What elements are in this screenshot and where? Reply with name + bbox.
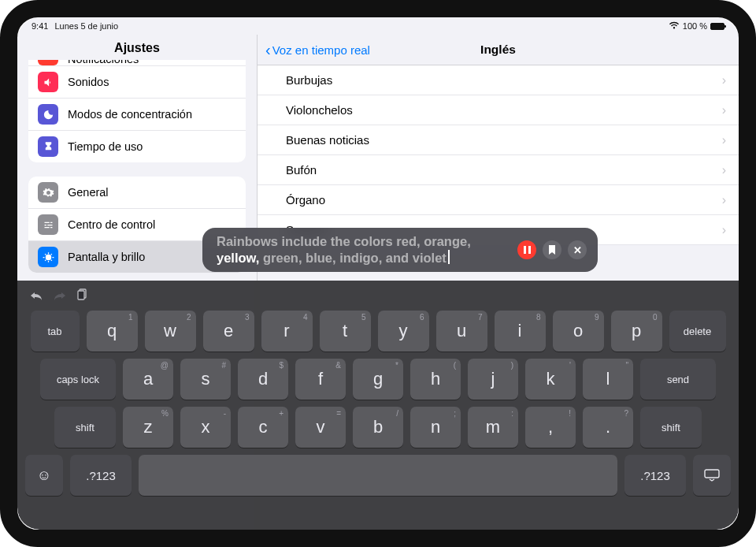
ipad-screen: 9:41 Lunes 5 de junio 100 % Ajustes Noti… bbox=[17, 17, 739, 530]
key-h[interactable]: h( bbox=[410, 359, 461, 400]
wifi-icon bbox=[669, 21, 680, 31]
key-f[interactable]: f& bbox=[295, 359, 346, 400]
key-hint: 9 bbox=[595, 313, 599, 322]
key-o[interactable]: o9 bbox=[553, 311, 604, 352]
tab-key[interactable]: tab bbox=[31, 311, 80, 352]
key-a[interactable]: a@ bbox=[123, 359, 173, 400]
undo-button[interactable] bbox=[30, 289, 43, 303]
key-t[interactable]: t5 bbox=[320, 311, 371, 352]
switches-icon bbox=[38, 214, 58, 235]
dismiss-keyboard-key[interactable] bbox=[693, 455, 731, 496]
shift-left-key[interactable]: shift bbox=[54, 407, 116, 448]
detail-nav-bar: ‹ Voz en tiempo real Inglés bbox=[258, 35, 739, 65]
list-item[interactable]: Órgano › bbox=[258, 185, 739, 215]
emoji-key[interactable]: ☺ bbox=[25, 455, 63, 496]
key-hint: 4 bbox=[303, 313, 308, 322]
chevron-right-icon: › bbox=[722, 193, 726, 207]
key-v[interactable]: v= bbox=[295, 407, 346, 448]
chevron-right-icon: › bbox=[722, 103, 726, 117]
sidebar-group-1: Notificaciones Sonidos Modos de concentr… bbox=[28, 60, 246, 162]
delete-key[interactable]: delete bbox=[669, 311, 726, 352]
brightness-icon bbox=[38, 247, 58, 267]
key-j[interactable]: j) bbox=[468, 359, 518, 400]
list-item[interactable]: Burbujas › bbox=[258, 65, 739, 95]
sidebar-item-label: Pantalla y brillo bbox=[68, 251, 145, 263]
redo-button[interactable] bbox=[54, 289, 66, 303]
key-e[interactable]: e3 bbox=[203, 311, 254, 352]
key-q[interactable]: q1 bbox=[87, 311, 138, 352]
moon-icon bbox=[38, 104, 58, 125]
clipboard-button[interactable] bbox=[77, 288, 88, 303]
key-k[interactable]: k' bbox=[525, 359, 576, 400]
speech-highlight: yellow, bbox=[217, 251, 259, 265]
key-hint: ? bbox=[624, 409, 628, 418]
key-l[interactable]: l" bbox=[583, 359, 633, 400]
key-z[interactable]: z% bbox=[123, 407, 173, 448]
keyboard-toolbar bbox=[25, 285, 731, 306]
space-key[interactable] bbox=[139, 455, 617, 496]
back-button[interactable]: ‹ Voz en tiempo real bbox=[265, 42, 370, 58]
list-item-label: Bufón bbox=[286, 163, 317, 177]
key-b[interactable]: b/ bbox=[353, 407, 403, 448]
key-u[interactable]: u7 bbox=[436, 311, 487, 352]
key-r[interactable]: r4 bbox=[261, 311, 313, 352]
key-.[interactable]: .? bbox=[583, 407, 633, 448]
sidebar-item-concentracion[interactable]: Modos de concentración bbox=[28, 99, 246, 131]
pause-button[interactable] bbox=[517, 240, 536, 259]
key-g[interactable]: g* bbox=[353, 359, 403, 400]
sidebar-item-tiempo-uso[interactable]: Tiempo de uso bbox=[28, 131, 246, 162]
onscreen-keyboard: tab q1w2e3r4t5y6u7i8o9p0 delete caps loc… bbox=[17, 281, 739, 530]
sidebar-item-notificaciones[interactable]: Notificaciones bbox=[28, 60, 246, 66]
list-item[interactable]: Buenas noticias › bbox=[258, 125, 739, 155]
svg-rect-1 bbox=[78, 291, 84, 300]
sidebar-item-general[interactable]: General bbox=[28, 177, 246, 209]
status-date: Lunes 5 de junio bbox=[54, 21, 118, 31]
list-item-label: Buenas noticias bbox=[286, 133, 369, 147]
text-cursor bbox=[448, 250, 450, 264]
keyboard-row-2: caps lock a@s#d$f&g*h(j)k'l" send bbox=[25, 359, 731, 400]
key-hint: 6 bbox=[420, 313, 424, 322]
shift-right-key[interactable]: shift bbox=[640, 407, 702, 448]
key-,[interactable]: ,! bbox=[525, 407, 576, 448]
sidebar-item-label: Notificaciones bbox=[68, 60, 139, 65]
list-item[interactable]: Violonchelos › bbox=[258, 95, 739, 125]
key-n[interactable]: n; bbox=[410, 407, 461, 448]
live-speech-overlay[interactable]: Rainbows include the colors red, orange,… bbox=[202, 228, 598, 272]
battery-icon bbox=[710, 23, 724, 30]
key-s[interactable]: s# bbox=[180, 359, 231, 400]
key-hint: @ bbox=[161, 361, 169, 370]
list-item[interactable]: Bufón › bbox=[258, 155, 739, 185]
key-hint: 3 bbox=[245, 313, 250, 322]
key-hint: ) bbox=[511, 361, 513, 370]
sidebar-item-sonidos[interactable]: Sonidos bbox=[28, 66, 246, 99]
key-hint: * bbox=[395, 361, 398, 370]
key-hint: + bbox=[279, 409, 284, 418]
key-hint: : bbox=[511, 409, 513, 418]
key-w[interactable]: w2 bbox=[145, 311, 196, 352]
bookmark-button[interactable] bbox=[543, 240, 561, 259]
key-hint: 5 bbox=[361, 313, 366, 322]
speech-text[interactable]: Rainbows include the colors red, orange,… bbox=[217, 233, 510, 266]
key-i[interactable]: i8 bbox=[495, 311, 546, 352]
send-key[interactable]: send bbox=[640, 359, 716, 400]
chevron-right-icon: › bbox=[722, 133, 726, 147]
key-d[interactable]: d$ bbox=[238, 359, 288, 400]
key-hint: 0 bbox=[653, 313, 658, 322]
close-button[interactable]: ✕ bbox=[568, 240, 587, 259]
key-y[interactable]: y6 bbox=[378, 311, 429, 352]
sidebar-title: Ajustes bbox=[17, 35, 257, 63]
key-m[interactable]: m: bbox=[468, 407, 518, 448]
key-x[interactable]: x- bbox=[180, 407, 231, 448]
keyboard-row-3: shift z%x-c+v=b/n;m:,!.? shift bbox=[25, 407, 731, 448]
key-hint: # bbox=[221, 361, 226, 370]
numeric-key-left[interactable]: .?123 bbox=[70, 455, 132, 496]
capslock-key[interactable]: caps lock bbox=[40, 359, 116, 400]
key-p[interactable]: p0 bbox=[611, 311, 662, 352]
back-label: Voz en tiempo real bbox=[272, 43, 370, 57]
key-hint: / bbox=[396, 409, 398, 418]
sidebar-item-label: Modos de concentración bbox=[68, 108, 192, 121]
numeric-key-right[interactable]: .?123 bbox=[624, 455, 686, 496]
chevron-left-icon: ‹ bbox=[265, 42, 271, 58]
list-item-label: Burbujas bbox=[286, 73, 332, 87]
key-c[interactable]: c+ bbox=[238, 407, 288, 448]
